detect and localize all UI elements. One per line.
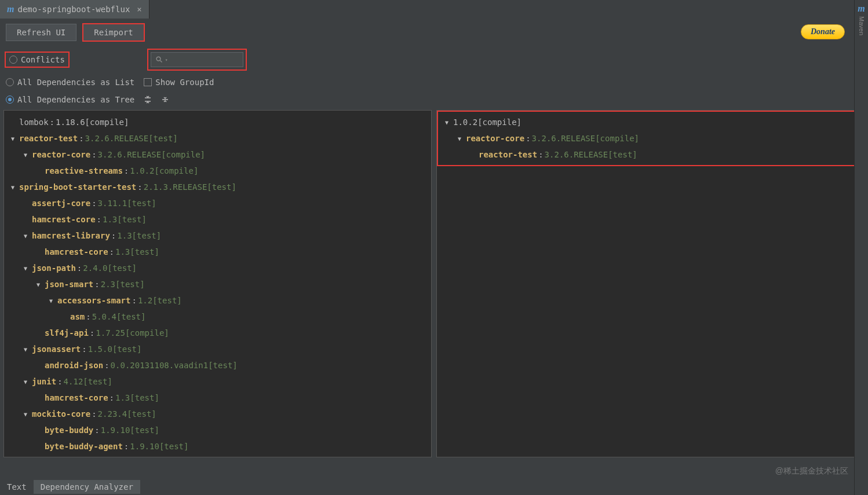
- tab-dependency-analyzer[interactable]: Dependency Analyzer: [34, 480, 140, 494]
- tree-row[interactable]: ▼junit : 4.12 [test]: [6, 373, 429, 390]
- tree-row[interactable]: assertj-core : 3.11.1 [test]: [6, 195, 429, 211]
- filter-row-1: Conflicts ▾: [0, 46, 868, 73]
- dependency-scope: [compile]: [154, 166, 198, 175]
- tab-text[interactable]: Text: [0, 480, 34, 494]
- caret-icon[interactable]: ▼: [11, 184, 19, 190]
- dependency-version: 5.0.4: [92, 312, 116, 321]
- dependency-name: hamcrest-library: [32, 231, 110, 240]
- all-list-label: All Dependencies as List: [17, 78, 134, 87]
- dependency-version: 1.2: [138, 296, 152, 305]
- refresh-button[interactable]: Refresh UI: [6, 24, 76, 41]
- dependency-version: 4.12: [64, 377, 83, 386]
- all-tree-radio[interactable]: All Dependencies as Tree: [5, 94, 136, 105]
- tree-row[interactable]: ▼hamcrest-library : 1.3 [test]: [6, 228, 429, 244]
- tree-row[interactable]: ▼json-smart : 2.3 [test]: [6, 276, 429, 292]
- maven-icon[interactable]: m: [858, 3, 865, 14]
- maven-label[interactable]: Maven: [858, 16, 865, 35]
- tree-row[interactable]: ▼json-path : 2.4.0 [test]: [6, 260, 429, 276]
- tree-row[interactable]: android-json : 0.0.20131108.vaadin1 [tes…: [6, 357, 429, 373]
- tree-row[interactable]: ▼spring-boot-starter-test : 2.1.3.RELEAS…: [6, 179, 429, 195]
- caret-icon[interactable]: ▼: [24, 152, 32, 158]
- tree-row[interactable]: reactive-streams : 1.0.2 [compile]: [6, 163, 429, 179]
- dependency-name: reactor-test: [19, 134, 78, 143]
- reimport-button[interactable]: Reimport: [82, 23, 144, 42]
- dependency-scope: [test]: [107, 263, 137, 273]
- tree-row[interactable]: ▼jsonassert : 1.5.0 [test]: [6, 341, 429, 357]
- dependency-version: 2.1.3.RELEASE: [144, 182, 207, 192]
- show-groupid-label: Show GroupId: [155, 78, 214, 87]
- dependency-name: json-path: [32, 263, 76, 273]
- dependency-scope: [test]: [132, 231, 162, 240]
- dependency-name: byte-buddy: [45, 426, 93, 435]
- collapse-all-icon[interactable]: [160, 94, 170, 105]
- tree-row[interactable]: asm : 5.0.4 [test]: [6, 309, 429, 325]
- caret-icon[interactable]: ▼: [445, 119, 453, 126]
- dependency-name: reactor-core: [466, 134, 524, 143]
- dependency-name: reactor-test: [479, 150, 537, 159]
- caret-icon[interactable]: ▼: [11, 135, 19, 142]
- search-container: ▾: [147, 49, 247, 71]
- tree-row[interactable]: ▼accessors-smart : 1.2 [test]: [6, 292, 429, 309]
- show-groupid-checkbox[interactable]: Show GroupId: [143, 76, 215, 88]
- caret-icon[interactable]: ▼: [24, 346, 32, 353]
- dependency-scope: [compile]: [85, 118, 129, 127]
- search-input[interactable]: [170, 56, 238, 64]
- tree-row[interactable]: reactor-test : 3.2.6.RELEASE [test]: [440, 146, 860, 163]
- dependency-version: 3.2.6.RELEASE: [85, 134, 149, 143]
- project-tab[interactable]: m demo-springboot-webflux ×: [0, 0, 149, 19]
- svg-line-1: [160, 61, 162, 63]
- tab-bar: m demo-springboot-webflux ×: [0, 0, 868, 19]
- dependency-version: 0.0.20131108.vaadin1: [111, 361, 209, 370]
- dependency-tree-right[interactable]: ▼1.0.2 [compile]▼reactor-core : 3.2.6.RE…: [436, 110, 865, 457]
- tree-row[interactable]: ▼reactor-test : 3.2.6.RELEASE [test]: [6, 130, 429, 146]
- maven-icon: m: [7, 4, 14, 14]
- donate-button[interactable]: Donate: [801, 24, 845, 39]
- dependency-name: slf4j-api: [45, 328, 89, 338]
- caret-icon[interactable]: ▼: [24, 233, 32, 239]
- dependency-scope: [test]: [208, 361, 238, 370]
- caret-icon[interactable]: ▼: [24, 411, 32, 417]
- tree-row[interactable]: slf4j-api : 1.7.25 [compile]: [6, 325, 429, 341]
- dependency-scope: [test]: [159, 442, 189, 451]
- tree-row[interactable]: ▼1.0.2 [compile]: [440, 114, 860, 130]
- dependency-name: hamcrest-core: [32, 215, 96, 224]
- tree-row[interactable]: byte-buddy-agent : 1.9.10 [test]: [6, 438, 429, 454]
- dependency-version: 1.0.2: [453, 118, 477, 127]
- dependency-version: 1.18.6: [56, 118, 85, 127]
- dependency-name: assertj-core: [32, 199, 90, 208]
- all-list-radio[interactable]: All Dependencies as List: [5, 76, 136, 88]
- dependency-scope: [compile]: [125, 328, 169, 338]
- dependency-version: 1.3: [115, 247, 130, 256]
- dependency-scope: [compile]: [595, 134, 639, 143]
- radio-icon: [6, 96, 14, 104]
- caret-icon[interactable]: ▼: [24, 265, 32, 272]
- caret-icon[interactable]: ▼: [458, 135, 466, 142]
- dependency-tree-left[interactable]: lombok : 1.18.6 [compile]▼reactor-test :…: [3, 110, 432, 457]
- caret-icon[interactable]: ▼: [37, 281, 45, 288]
- tree-row[interactable]: lombok : 1.18.6 [compile]: [6, 114, 429, 130]
- dependency-scope: [test]: [115, 280, 145, 289]
- tree-row[interactable]: ▼reactor-core : 3.2.6.RELEASE [compile]: [440, 130, 860, 146]
- tree-row[interactable]: hamcrest-core : 1.3 [test]: [6, 390, 429, 406]
- tree-row[interactable]: ▼mockito-core : 2.23.4 [test]: [6, 406, 429, 422]
- tree-row[interactable]: hamcrest-core : 1.3 [test]: [6, 244, 429, 260]
- tree-row[interactable]: ▼reactor-core : 3.2.6.RELEASE [compile]: [6, 146, 429, 163]
- tree-row[interactable]: byte-buddy : 1.9.10 [test]: [6, 422, 429, 438]
- dependency-scope: [test]: [207, 182, 236, 192]
- tree-row[interactable]: hamcrest-core : 1.3 [test]: [6, 211, 429, 228]
- close-icon[interactable]: ×: [137, 5, 141, 14]
- dependency-version: 1.9.10: [130, 442, 159, 451]
- caret-icon[interactable]: ▼: [49, 298, 57, 304]
- all-tree-label: All Dependencies as Tree: [17, 95, 134, 104]
- dependency-name: asm: [70, 312, 85, 321]
- dependency-scope: [compile]: [477, 118, 521, 127]
- dependency-name: jsonassert: [32, 344, 81, 354]
- checkbox-icon: [144, 78, 152, 86]
- dependency-scope: [test]: [130, 393, 159, 402]
- conflicts-radio[interactable]: Conflicts: [5, 52, 70, 68]
- expand-all-icon[interactable]: [143, 94, 153, 105]
- search-box[interactable]: ▾: [151, 52, 243, 67]
- caret-icon[interactable]: ▼: [24, 379, 32, 385]
- content-area: lombok : 1.18.6 [compile]▼reactor-test :…: [3, 110, 865, 457]
- dependency-scope: [test]: [127, 199, 156, 208]
